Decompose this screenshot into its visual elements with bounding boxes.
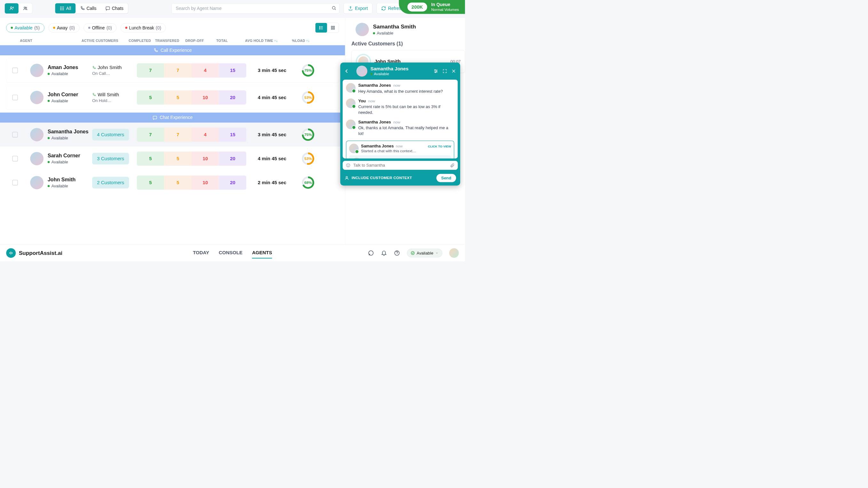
agents-list-panel: Available (5)Away (0)Offline (0)Lunch Br…: [0, 18, 345, 244]
sort-icon: ↑↓: [274, 39, 278, 43]
metric-completed: 5: [136, 152, 164, 166]
svg-point-34: [346, 177, 348, 178]
metric-group: 5 5 10 20: [136, 90, 246, 104]
click-to-view-link[interactable]: CLICK TO VIEW: [428, 145, 451, 148]
chat-icon[interactable]: [368, 250, 374, 256]
metric-total: 15: [219, 63, 247, 78]
hold-time: 4 min 45 sec: [246, 156, 298, 161]
chat-header: Samantha Jones Available: [340, 63, 460, 80]
tab-console[interactable]: CONSOLE: [219, 247, 242, 258]
col-hold[interactable]: AVG HOLD TIME↑↓: [236, 39, 287, 43]
agent-row[interactable]: John Corner Available Will Smith On Hold…: [6, 85, 339, 110]
filter-calls-button[interactable]: Calls: [75, 3, 101, 13]
chat-text-input[interactable]: [353, 163, 447, 167]
grid-view-button[interactable]: [327, 23, 339, 33]
chat-message: Samantha Jonesnow Hey Amanda, what is th…: [346, 83, 455, 94]
metric-completed: 7: [136, 128, 164, 142]
include-context-label[interactable]: INCLUDE CUSTOMER CONTEXT: [351, 176, 412, 180]
status-filter-lunch-break[interactable]: Lunch Break (0): [121, 23, 166, 32]
metric-total: 20: [219, 176, 247, 190]
agent-avatar: [30, 152, 43, 165]
help-icon[interactable]: [394, 250, 400, 256]
tab-today[interactable]: TODAY: [193, 247, 209, 258]
send-button[interactable]: Send: [437, 174, 456, 182]
message-avatar: [346, 98, 355, 108]
agent-row[interactable]: Aman Jones Available John Smith On Call……: [6, 59, 339, 83]
single-agent-view[interactable]: [5, 3, 19, 13]
context-card[interactable]: Samantha Jones now CLICK TO VIEW Started…: [346, 141, 455, 159]
col-load[interactable]: %LOAD↑↓: [287, 39, 315, 43]
chat-panel: Samantha Jones Available Samantha Jonesn…: [340, 63, 460, 186]
settings-icon[interactable]: [433, 69, 438, 73]
row-checkbox[interactable]: [12, 132, 18, 137]
row-checkbox[interactable]: [12, 156, 18, 161]
back-icon[interactable]: [344, 69, 349, 73]
metric-completed: 5: [136, 176, 164, 190]
hold-time: 4 min 45 sec: [246, 95, 298, 100]
context-avatar: [349, 144, 359, 153]
row-checkbox[interactable]: [12, 95, 18, 100]
col-total: TOTAL: [208, 39, 236, 43]
svg-rect-12: [106, 7, 110, 9]
bell-icon[interactable]: [381, 250, 387, 256]
user-status-label: Avaliable: [417, 250, 433, 255]
metric-dropoff: 10: [192, 176, 219, 190]
agent-detail-panel: Samantha Smith Available Active Customer…: [345, 18, 465, 244]
context-customer-card[interactable]: John KemperEN SLA 3SILVEROPEN ACCOUNT 1: [349, 155, 451, 159]
status-filter-away[interactable]: Away (0): [49, 23, 80, 32]
status-filter-count: (0): [156, 25, 161, 30]
user-avatar[interactable]: [450, 248, 459, 258]
row-checkbox[interactable]: [12, 180, 18, 185]
agent-detail-status: Available: [373, 31, 416, 35]
agent-status: Available: [48, 71, 92, 76]
brand-name: SupportAssist.ai: [19, 250, 62, 256]
emoji-icon[interactable]: [346, 163, 350, 167]
search-icon: [331, 5, 336, 11]
phone-icon: [153, 48, 158, 53]
metric-completed: 7: [136, 63, 164, 78]
filter-all-button[interactable]: All: [55, 3, 75, 13]
filter-chats-button[interactable]: Chats: [101, 3, 128, 13]
tab-agents[interactable]: AGENTS: [252, 247, 272, 258]
svg-point-29: [436, 71, 437, 71]
multi-agent-view[interactable]: [19, 3, 32, 13]
agent-status: Available: [48, 135, 92, 141]
user-status-dropdown[interactable]: Avaliable: [407, 249, 442, 257]
filter-all-label: All: [66, 6, 71, 11]
row-checkbox[interactable]: [12, 68, 18, 73]
close-icon[interactable]: [451, 69, 456, 73]
load-ring: 75%: [302, 64, 314, 77]
customer-count-pill: 2 Customers: [92, 177, 129, 188]
status-filter-count: (0): [106, 25, 112, 30]
queue-subtitle: Normal Volumes: [431, 7, 459, 12]
svg-rect-3: [60, 6, 61, 7]
list-view-button[interactable]: [315, 23, 327, 33]
phone-icon: [92, 93, 96, 97]
agent-row[interactable]: Samantha Jones Available 4 Customers 7 7…: [0, 123, 345, 147]
search-input[interactable]: [172, 3, 339, 13]
message-time: now: [393, 84, 400, 88]
status-filter-offline[interactable]: Offline (0): [84, 23, 116, 32]
context-customer-name: John Kemper: [364, 158, 390, 158]
metric-group: 5 5 10 20: [136, 176, 246, 190]
chat-message: Samantha Jonesnow Ok, thanks a lot Amand…: [346, 120, 455, 136]
agent-row[interactable]: John Smith Available 2 Customers 5 5 10 …: [0, 171, 345, 195]
message-time: now: [368, 99, 375, 103]
status-filter-available[interactable]: Available (5): [6, 23, 44, 32]
col-dropoff: DROP-OFF: [181, 39, 209, 43]
hold-time: 3 min 45 sec: [246, 68, 298, 73]
col-completed: COMPLETED: [126, 39, 154, 43]
attach-icon[interactable]: [450, 163, 455, 167]
svg-rect-21: [333, 26, 335, 28]
context-author: Samantha Jones: [361, 144, 394, 148]
queue-title: In Queue: [431, 2, 459, 7]
load-ring: 68%: [302, 177, 314, 189]
svg-rect-22: [331, 28, 333, 29]
metric-completed: 5: [136, 90, 164, 104]
status-filter-label: Lunch Break: [129, 25, 154, 30]
export-button[interactable]: Export: [343, 3, 373, 14]
context-description: Started a chat with this context…: [361, 149, 451, 153]
svg-rect-23: [333, 28, 335, 29]
agent-row[interactable]: Sarah Corner Available 3 Customers 5 5 1…: [0, 147, 345, 171]
expand-icon[interactable]: [442, 69, 447, 73]
